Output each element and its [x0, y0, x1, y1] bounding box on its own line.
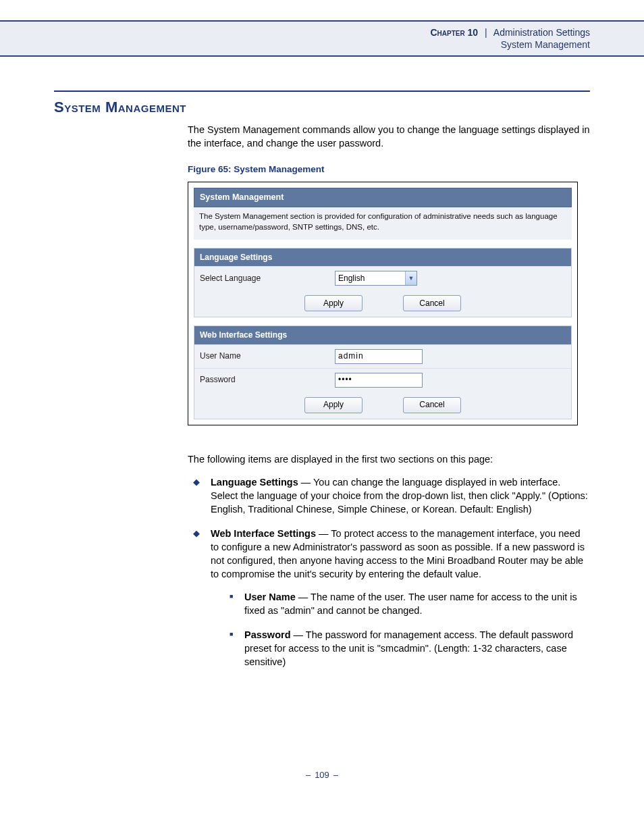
section-intro: The System Management commands allow you… — [188, 123, 590, 150]
subitem-body: — The password for management access. Th… — [244, 629, 573, 667]
language-cancel-button[interactable]: Cancel — [403, 295, 461, 311]
username-label: User Name — [200, 350, 335, 362]
breadcrumb-1: Administration Settings — [493, 27, 590, 38]
body-lead: The following items are displayed in the… — [188, 452, 590, 466]
section-title: System Management — [54, 99, 590, 116]
select-language-label: Select Language — [200, 273, 335, 284]
chapter-label: Chapter 10 — [430, 27, 478, 38]
sub-list: User Name — The name of the user. The us… — [224, 590, 590, 669]
page-number: 109 — [315, 770, 329, 780]
web-apply-button[interactable]: Apply — [304, 397, 363, 413]
subitem-title: Password — [244, 629, 291, 640]
panel-title: System Management — [194, 188, 572, 207]
language-settings-panel: Language Settings Select Language Englis… — [194, 248, 572, 318]
web-cancel-button[interactable]: Cancel — [403, 397, 461, 413]
page-header: Chapter 10 | Administration Settings Sys… — [0, 20, 644, 57]
password-label: Password — [200, 374, 335, 386]
list-item: Web Interface Settings — To protect acce… — [188, 527, 590, 669]
language-apply-button[interactable]: Apply — [304, 295, 363, 311]
list-item: Language Settings — You can change the l… — [188, 475, 590, 516]
item-title: Web Interface Settings — [211, 528, 316, 539]
list-item: User Name — The name of the user. The us… — [224, 590, 590, 617]
language-select[interactable]: English ▼ — [335, 271, 417, 286]
item-title: Language Settings — [211, 477, 298, 488]
figure-caption: Figure 65: System Management — [188, 163, 590, 176]
list-item: Password — The password for management a… — [224, 628, 590, 669]
password-input[interactable]: •••• — [335, 373, 423, 388]
language-settings-title: Language Settings — [194, 249, 571, 267]
feature-list: Language Settings — You can change the l… — [188, 475, 590, 669]
language-select-value: English — [336, 271, 405, 285]
subitem-title: User Name — [244, 592, 296, 602]
separator: | — [485, 27, 487, 38]
web-interface-settings-panel: Web Interface Settings User Name admin P… — [194, 325, 572, 419]
panel-description: The System Management section is provide… — [194, 207, 572, 240]
username-input[interactable]: admin — [335, 349, 423, 364]
section-rule — [54, 90, 590, 92]
page-footer: –109– — [0, 770, 644, 800]
chevron-down-icon: ▼ — [405, 271, 417, 285]
web-interface-settings-title: Web Interface Settings — [194, 326, 571, 344]
figure-system-management: System Management The System Management … — [188, 182, 578, 425]
breadcrumb-2: System Management — [0, 39, 590, 50]
